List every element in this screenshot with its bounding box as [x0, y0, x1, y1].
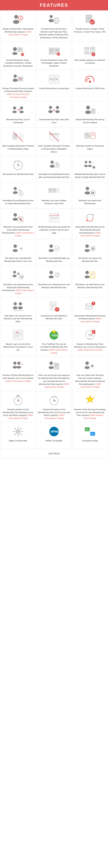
immediate-access-linked-icon: [12, 185, 24, 198]
svg-point-132: [17, 273, 20, 275]
svg-rect-105: [93, 192, 94, 194]
svg-point-56: [86, 105, 90, 110]
feature-cell-multiple-memberships: + Multiple Membership plans can be linke…: [72, 156, 108, 182]
product-purchase-text: Product Purchase Discounts based on Memb…: [2, 87, 34, 99]
svg-point-148: [18, 306, 23, 309]
feature-cell-site-admin-enable-disable: Site Admin can Enable/Disable any Member…: [36, 240, 72, 266]
svg-text:★: ★: [89, 399, 91, 401]
svg-rect-74: [91, 133, 95, 138]
site-admin-view-text: Site Admin can view the list of Members …: [2, 314, 34, 323]
feature-cell-highly-customizable: Highly Customizable: [0, 423, 36, 449]
site-admin-change-text: Site Admin can change/recover any Member…: [38, 283, 70, 289]
feature-cell-number-trials: TR TRIAL 1 Number of Membership Trials M…: [72, 326, 108, 357]
multiple-memberships-text: Multiple Membership plans can be linked …: [74, 173, 106, 179]
feature-cell-free-trial: FREE Free Trial/Paid Trial can be provid…: [36, 326, 72, 357]
feature-cell-simple-memberships: Simple memberships: Subscription Members…: [0, 10, 36, 42]
auto-manually-text: Subscription Membership can be Automatic…: [74, 225, 106, 237]
feature-cell-set-duration: Set duration for Membership Plans: [0, 156, 36, 182]
site-admin-add-notes-icon: [84, 269, 96, 282]
features-header: FEATURES: [0, 0, 108, 10]
feature-cell-access-pages: Provide Access to Pages, Posts, Products…: [72, 10, 108, 42]
svg-point-107: [13, 218, 18, 221]
svg-point-193: [17, 400, 19, 401]
feature-cell-my-account: MY ACCOUNT All Membership plans purchase…: [36, 209, 72, 240]
hide-restriction-products-icon: [12, 130, 24, 143]
svg-point-92: [13, 191, 17, 194]
my-account-text: All Membership plans purchased by a Memb…: [38, 225, 70, 234]
svg-point-45: [89, 81, 91, 83]
force-approve-icon: [48, 360, 60, 372]
feature-cell-site-admin-change: Site Admin can change/recover any Member…: [36, 266, 72, 298]
site-admin-pause-cancel-text: Site Admin can pause/cancel any Subscrip…: [2, 283, 34, 295]
number-trials-icon: TR TRIAL 1: [84, 329, 96, 341]
svg-point-106: [13, 213, 17, 217]
feature-cell-switch-renewal: User can switch their Renewal Payment me…: [72, 357, 108, 391]
access-all-icon: [48, 13, 60, 26]
immediate-delayed-icon: [48, 159, 60, 171]
svg-text:=: =: [89, 134, 91, 138]
log-history-icon: [48, 300, 60, 313]
svg-point-57: [85, 111, 91, 114]
svg-point-17: [13, 47, 17, 51]
force-approve-text: Users can be forced to pre-approve the M…: [38, 374, 70, 388]
svg-point-181: [49, 362, 53, 365]
site-admin-enable-disable-icon: [48, 243, 60, 255]
svg-point-46: [13, 106, 16, 110]
highly-customizable-icon: [12, 425, 24, 438]
hide-restriction-products-text: Hide Complete Restriction Products in Sh…: [2, 145, 34, 150]
feature-cell-overdue-duration: Overdue duration for the Membership Plan…: [0, 391, 36, 423]
access-all-text: Provide Access for All Users, Members wi…: [38, 27, 70, 39]
svg-point-119: [13, 249, 18, 252]
feature-cell-number-active: + Number of Active Memberships for each …: [0, 357, 36, 391]
content-restriction-types-icon: [12, 44, 24, 57]
access-pages-icon: [84, 13, 96, 26]
suspend-duration-text: Suspend Duration for the Membership Plan…: [38, 408, 70, 420]
svg-point-177: [13, 366, 17, 368]
product-purchase-icon: %: [12, 73, 24, 86]
svg-rect-66: [49, 133, 59, 135]
feature-cell-auto-manually: Subscription Membership can be Automatic…: [72, 209, 108, 240]
svg-point-51: [49, 106, 52, 109]
membership-transfer-text: Membership Plans can be Transferred: [2, 118, 34, 124]
feature-cell-product-restriction-types: Product Restriction Types Not Purchasabl…: [36, 42, 72, 70]
svg-rect-141: [90, 272, 95, 278]
svg-point-176: [13, 362, 16, 365]
number-active-icon: +: [12, 360, 24, 372]
feature-cell-alternate-content: = Alternate content for Restricted pages: [72, 128, 108, 156]
svg-point-126: [84, 249, 89, 252]
pause-cancel-subscription-icon: [12, 211, 24, 224]
translation-text: Translation Ready: [82, 439, 98, 442]
master-log-icon: [12, 329, 24, 341]
svg-point-102: [85, 191, 90, 194]
svg-point-122: [49, 244, 53, 248]
svg-point-87: [89, 161, 91, 163]
feature-cell-renewal-reminder: Subscription Membership Renewal reminder…: [72, 298, 108, 326]
renewal-reminder-text: Subscription Membership Renewal reminder…: [74, 314, 106, 323]
svg-point-48: [20, 106, 23, 110]
svg-point-137: [48, 276, 53, 278]
immediate-access-linked-text: Immediate Access/Delayed Access for link…: [2, 199, 34, 205]
product-restriction-types-icon: [48, 44, 60, 57]
feature-cell-master-log: Master Log to record all the Membership …: [0, 326, 36, 357]
wpml-icon: WPML: [48, 425, 60, 438]
pause-cancel-subscription-text: Members can pause/cancel their Subscript…: [2, 225, 34, 237]
pause-membership-text: Members can pause their Membership: [74, 199, 106, 205]
feature-cell-site-admin-add-notes: Site Admin can add Notes to any Member's…: [72, 266, 108, 298]
svg-rect-162: [13, 330, 23, 340]
number-active-text: Number of Active Memberships for each Me…: [2, 374, 34, 382]
feature-cell-reward-points: ★ Reward Points Earning Percentage can b…: [72, 391, 108, 423]
svg-point-138: [55, 273, 59, 277]
svg-point-40: [14, 74, 17, 78]
svg-text:</>: </>: [50, 76, 58, 82]
svg-rect-100: [57, 188, 59, 193]
features-grid: Simple memberships: Subscription Members…: [0, 10, 108, 449]
immediate-delayed-text: Immediate Access/Delayed Access after pu…: [38, 173, 70, 179]
simple-memberships-text: Simple memberships: Subscription Members…: [2, 27, 34, 36]
site-admin-enable-disable-text: Site Admin can Enable/Disable any Member…: [38, 257, 70, 262]
site-admin-view-icon: [12, 300, 24, 313]
svg-point-55: [53, 110, 55, 111]
svg-point-81: [17, 165, 19, 166]
svg-point-47: [12, 111, 17, 113]
svg-rect-134: [21, 276, 22, 278]
svg-point-140: [84, 276, 89, 278]
